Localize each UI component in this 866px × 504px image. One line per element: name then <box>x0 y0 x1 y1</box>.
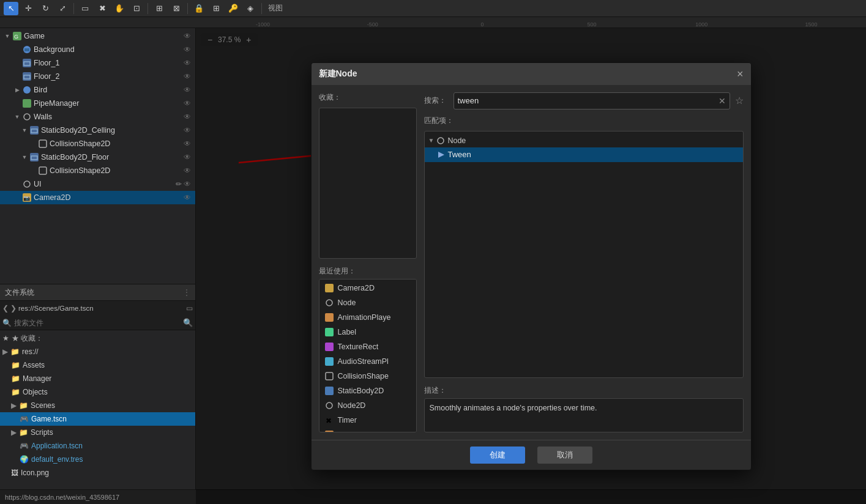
sep3 <box>187 3 188 14</box>
eye-ui[interactable]: 👁 <box>182 180 193 188</box>
tree-label-background: Background <box>34 45 182 54</box>
tree-item-collision1[interactable]: CollisionShape2D 👁 <box>0 137 195 150</box>
recent-texture-icon <box>324 342 334 352</box>
tree-item-floor1[interactable]: Floor_1 👁 <box>0 56 195 70</box>
file-search-input[interactable] <box>14 319 181 327</box>
rotate-tool[interactable]: ↻ <box>38 2 53 15</box>
tree-label-camera2d: Camera2D <box>34 193 182 202</box>
lock-tool[interactable]: 🔒 <box>192 2 206 15</box>
tool5[interactable]: ▭ <box>78 2 92 15</box>
toggle-game: ▼ <box>2 31 12 41</box>
file-system-options[interactable]: ⋮ <box>183 288 190 297</box>
eye-floor2[interactable]: 👁 <box>182 72 193 81</box>
file-item-objects[interactable]: 📁 Objects <box>0 385 195 399</box>
search-icon: 🔍 <box>2 319 12 327</box>
eye-background[interactable]: 👁 <box>182 45 193 54</box>
tool8[interactable]: ⊡ <box>129 2 144 15</box>
file-item-scenes[interactable]: ▶ 📁 Scenes <box>0 399 195 412</box>
tool14[interactable]: ◈ <box>243 2 258 15</box>
file-item-assets[interactable]: 📁 Assets <box>0 358 195 372</box>
file-search-submit[interactable]: 🔍 <box>183 318 193 327</box>
toggle-floor2 <box>12 72 22 81</box>
tree-item-floor2[interactable]: Floor_2 👁 <box>0 70 195 83</box>
tree-item-static-ceiling[interactable]: ▼ StaticBody2D_Celling 👁 <box>0 124 195 137</box>
modal-title-bar: 新建Node × <box>312 63 751 85</box>
tree-label-floor1: Floor_1 <box>34 59 182 67</box>
tree-label-walls: Walls <box>34 113 182 121</box>
toggle-static-ceiling: ▼ <box>20 125 29 135</box>
eye-collision1[interactable]: 👁 <box>182 139 193 148</box>
scale-tool[interactable]: ⤢ <box>55 2 70 15</box>
tree-item-camera2d[interactable]: 📷 Camera2D 👁 <box>0 191 195 204</box>
file-system-label: 文件系统 <box>5 287 34 298</box>
ruler-mark-1: -1000 <box>208 21 318 28</box>
file-item-game-tscn[interactable]: 🎮 Game.tscn <box>0 412 195 426</box>
tree-item-collision2[interactable]: CollisionShape2D 👁 <box>0 164 195 177</box>
recent-timer[interactable]: ✖ Timer <box>319 413 416 428</box>
main-layout: ▼ G Game 👁 Background 👁 <box>0 28 866 504</box>
eye-collision2[interactable]: 👁 <box>182 166 193 175</box>
file-item-scripts[interactable]: ▶ 📁 Scripts <box>0 426 195 439</box>
recent-label-text: Label <box>338 328 357 336</box>
match-results: ▼ Node Tween <box>424 131 744 378</box>
file-label-default-env: default_env.tres <box>31 455 83 464</box>
file-item-manager[interactable]: 📁 Manager <box>0 372 195 385</box>
select-tool[interactable]: ↖ <box>4 2 18 15</box>
file-item-icon[interactable]: 🖼 Icon.png <box>0 466 195 480</box>
eye-bird[interactable]: 👁 <box>182 86 193 94</box>
tree-item-walls[interactable]: ▼ Walls 👁 <box>0 110 195 124</box>
match-tween-item[interactable]: Tween <box>425 147 743 162</box>
tree-item-pipemanager[interactable]: PipeManager 👁 <box>0 97 195 110</box>
file-icon-assets: 📁 <box>11 361 20 369</box>
tool12[interactable]: ⊞ <box>209 2 223 15</box>
eye-game[interactable]: 👁 <box>182 32 193 40</box>
eye-camera2d[interactable]: 👁 <box>182 193 193 202</box>
pan-tool[interactable]: ✋ <box>112 2 127 15</box>
recent-camera2d[interactable]: Camera2D <box>319 281 416 295</box>
tool10[interactable]: ⊠ <box>169 2 184 15</box>
ui-icon <box>22 179 32 189</box>
svg-rect-24 <box>325 313 334 322</box>
file-item-default-env[interactable]: 🌍 default_env.tres <box>0 453 195 466</box>
recent-node2d-label: Node2D <box>338 401 366 410</box>
tree-item-bird[interactable]: ▶ Bird 👁 <box>0 83 195 97</box>
tree-item-ui[interactable]: UI ✏ 👁 <box>0 177 195 191</box>
recent-node[interactable]: Node <box>319 295 416 310</box>
recent-texture[interactable]: TextureRect <box>319 339 416 354</box>
recent-label[interactable]: Label <box>319 325 416 339</box>
recent-area2d[interactable]: Area2D <box>319 428 416 432</box>
recent-animation[interactable]: AnimationPlaye <box>319 310 416 325</box>
top-toolbar: ↖ ✛ ↻ ⤢ ▭ ✖ ✋ ⊡ ⊞ ⊠ 🔒 ⊞ 🔑 ◈ 视图 <box>0 0 866 17</box>
search-favorite-button[interactable]: ☆ <box>735 95 744 106</box>
tool13[interactable]: 🔑 <box>226 2 241 15</box>
file-item-res[interactable]: ▶ 📁 res:// <box>0 345 195 358</box>
bottom-url: https://blog.csdn.net/weixin_43598617 <box>5 494 119 501</box>
eye-static-floor[interactable]: 👁 <box>182 153 193 161</box>
node-search-input[interactable] <box>458 96 719 105</box>
tool9[interactable]: ⊞ <box>152 2 166 15</box>
tree-item-background[interactable]: Background 👁 <box>0 43 195 56</box>
svg-text:📷: 📷 <box>23 195 31 202</box>
eye-floor1[interactable]: 👁 <box>182 59 193 67</box>
eye-walls[interactable]: 👁 <box>182 113 193 121</box>
recent-staticbody[interactable]: StaticBody2D <box>319 384 416 398</box>
tree-item-game[interactable]: ▼ G Game 👁 <box>0 29 195 43</box>
move-tool[interactable]: ✛ <box>21 2 35 15</box>
recent-collision[interactable]: CollisionShape <box>319 369 416 384</box>
create-button[interactable]: 创建 <box>470 447 525 464</box>
sep4 <box>261 3 262 14</box>
file-label-manager: Manager <box>23 374 51 383</box>
recent-node2d-icon <box>324 401 334 410</box>
recent-audio-icon <box>324 357 334 366</box>
tool6[interactable]: ✖ <box>95 2 110 15</box>
recent-node2d[interactable]: Node2D <box>319 398 416 413</box>
cancel-button[interactable]: 取消 <box>537 447 592 464</box>
search-clear-button[interactable]: ✕ <box>719 96 726 106</box>
tree-item-static-floor[interactable]: ▼ StaticBody2D_Floor 👁 <box>0 150 195 164</box>
recent-area2d-icon <box>324 430 334 432</box>
eye-static-ceiling[interactable]: 👁 <box>182 126 193 135</box>
file-item-app[interactable]: 🎮 Application.tscn <box>0 439 195 453</box>
eye-pipemanager[interactable]: 👁 <box>182 99 193 108</box>
modal-close-button[interactable]: × <box>737 69 744 80</box>
recent-audio[interactable]: AudioStreamPl <box>319 354 416 369</box>
